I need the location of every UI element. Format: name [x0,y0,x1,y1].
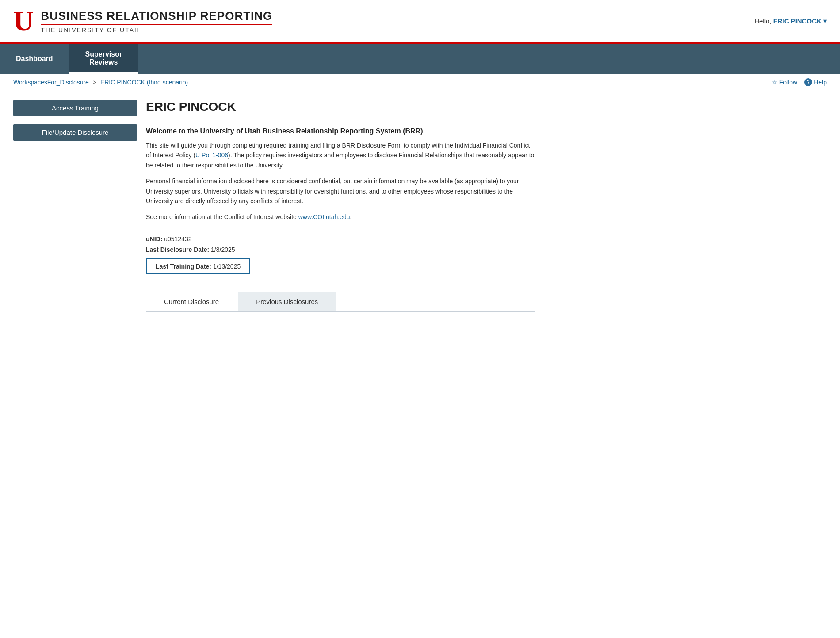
header-left: U BUSINESS RELATIONSHIP REPORTING The Un… [13,7,272,35]
follow-label: Follow [779,79,797,86]
follow-button[interactable]: ☆ Follow [772,79,797,86]
main-content: Access Training File/Update Disclosure E… [0,91,548,321]
star-icon: ☆ [772,79,778,86]
uid-label: uNID: [146,235,162,243]
welcome-para1: This site will guide you through complet… [146,141,535,170]
pol-link[interactable]: U Pol 1-006 [195,152,228,159]
left-panel: Access Training File/Update Disclosure [13,100,137,151]
welcome-section: Welcome to the University of Utah Busine… [146,127,535,222]
file-update-button[interactable]: File/Update Disclosure [13,124,137,141]
user-menu-button[interactable]: ERIC PINCOCK ▾ [773,17,827,25]
welcome-para3-after: . [350,213,351,220]
help-icon: ? [804,78,812,86]
breadcrumb: WorkspacesFor_Disclosure > ERIC PINCOCK … [13,79,188,86]
user-info: uNID: u0512432 Last Disclosure Date: 1/8… [146,235,535,283]
welcome-title: Welcome to the University of Utah Busine… [146,127,535,135]
last-disclosure-row: Last Disclosure Date: 1/8/2025 [146,246,535,253]
breadcrumb-separator: > [93,79,96,86]
welcome-para2: Personal financial information disclosed… [146,176,535,206]
breadcrumb-current: ERIC PINCOCK (third scenario) [100,79,188,86]
breadcrumb-root[interactable]: WorkspacesFor_Disclosure [13,79,89,86]
site-title: BUSINESS RELATIONSHIP REPORTING [41,9,272,23]
university-name: The University of Utah [41,27,272,34]
greeting-text: Hello, [754,17,773,25]
user-name-heading: ERIC PINCOCK [146,100,236,114]
breadcrumb-bar: WorkspacesFor_Disclosure > ERIC PINCOCK … [0,74,840,91]
last-training-value: 1/13/2025 [213,263,241,270]
university-logo: U [13,7,33,35]
help-label: Help [814,79,827,86]
last-training-label: Last Training Date: [156,263,211,270]
nav-bar: Dashboard Supervisor Reviews [0,44,840,74]
uid-value: u0512432 [164,235,191,243]
coi-link[interactable]: www.COI.utah.edu [298,213,350,220]
last-training-row: Last Training Date: 1/13/2025 [146,258,250,274]
nav-supervisor-reviews[interactable]: Supervisor Reviews [69,44,139,74]
page-header: U BUSINESS RELATIONSHIP REPORTING The Un… [0,0,840,44]
tab-current-disclosure[interactable]: Current Disclosure [146,292,237,311]
nav-dashboard[interactable]: Dashboard [0,44,69,74]
header-titles: BUSINESS RELATIONSHIP REPORTING The Univ… [41,9,272,34]
title-divider [41,24,272,25]
tabs-bar: Current Disclosure Previous Disclosures [146,292,535,312]
right-panel: ERIC PINCOCK Welcome to the University o… [146,100,535,312]
access-training-button[interactable]: Access Training [13,100,137,116]
last-disclosure-value: 1/8/2025 [211,246,235,253]
welcome-para3-before: See more information at the Conflict of … [146,213,298,220]
header-right: Hello, ERIC PINCOCK ▾ [754,17,827,25]
help-button[interactable]: ? Help [804,78,827,86]
uid-row: uNID: u0512432 [146,235,535,243]
last-disclosure-label: Last Disclosure Date: [146,246,209,253]
tab-previous-disclosures[interactable]: Previous Disclosures [238,292,336,311]
breadcrumb-actions: ☆ Follow ? Help [772,78,827,86]
welcome-para3: See more information at the Conflict of … [146,212,535,222]
